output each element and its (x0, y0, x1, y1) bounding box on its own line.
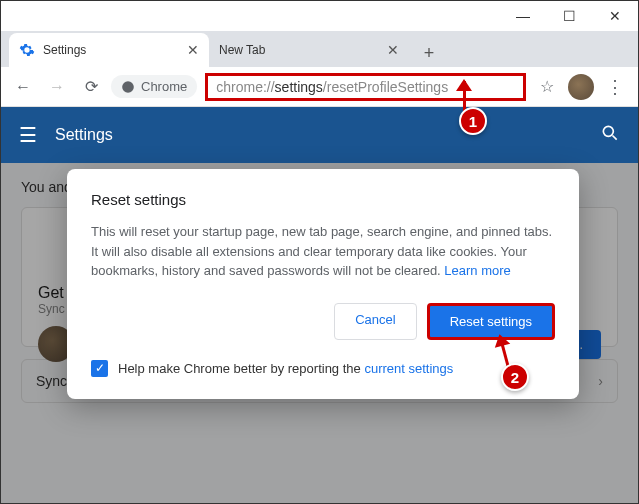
reset-settings-dialog: Reset settings This will reset your star… (67, 169, 579, 399)
annotation-badge-2: 2 (501, 363, 529, 391)
tab-new-tab[interactable]: New Tab ✕ (209, 33, 409, 67)
new-tab-button[interactable]: + (415, 39, 443, 67)
help-text: Help make Chrome better by reporting the (118, 361, 364, 376)
maximize-button[interactable]: ☐ (546, 1, 592, 31)
profile-avatar[interactable] (568, 74, 594, 100)
learn-more-link[interactable]: Learn more (444, 263, 510, 278)
back-button[interactable]: ← (9, 73, 37, 101)
checkbox-checked-icon[interactable]: ✓ (91, 360, 108, 377)
address-bar[interactable]: chrome://settings/resetProfileSettings (205, 73, 526, 101)
minimize-button[interactable]: — (500, 1, 546, 31)
page-title: Settings (55, 126, 582, 144)
hamburger-icon[interactable]: ☰ (19, 123, 37, 147)
close-tab-icon[interactable]: ✕ (387, 42, 399, 58)
settings-header: ☰ Settings (1, 107, 638, 163)
forward-button[interactable]: → (43, 73, 71, 101)
menu-dots-icon[interactable]: ⋮ (600, 76, 630, 98)
tab-label: Settings (43, 43, 86, 57)
reset-settings-button[interactable]: Reset settings (427, 303, 555, 340)
chrome-icon (121, 80, 135, 94)
annotation-badge-1: 1 (459, 107, 487, 135)
close-tab-icon[interactable]: ✕ (187, 42, 199, 58)
cancel-button[interactable]: Cancel (334, 303, 416, 340)
tab-label: New Tab (219, 43, 265, 57)
close-window-button[interactable]: ✕ (592, 1, 638, 31)
window-titlebar: — ☐ ✕ (1, 1, 638, 31)
svg-point-1 (603, 126, 613, 136)
dialog-body: This will reset your startup page, new t… (91, 222, 555, 281)
site-chip: Chrome (111, 75, 197, 98)
dialog-title: Reset settings (91, 191, 555, 208)
dialog-buttons: Cancel Reset settings (91, 303, 555, 340)
current-settings-link[interactable]: current settings (364, 361, 453, 376)
svg-point-0 (122, 81, 134, 93)
tab-settings[interactable]: Settings ✕ (9, 33, 209, 67)
bookmark-star-icon[interactable]: ☆ (540, 77, 554, 96)
help-checkbox-row: ✓ Help make Chrome better by reporting t… (91, 360, 555, 377)
svg-line-2 (613, 135, 617, 139)
annotation-arrowhead (456, 79, 472, 91)
tab-strip: Settings ✕ New Tab ✕ + (1, 31, 638, 67)
reload-button[interactable]: ⟳ (77, 73, 105, 101)
gear-icon (19, 42, 35, 58)
browser-toolbar: ← → ⟳ Chrome chrome://settings/resetProf… (1, 67, 638, 107)
search-icon[interactable] (600, 123, 620, 148)
